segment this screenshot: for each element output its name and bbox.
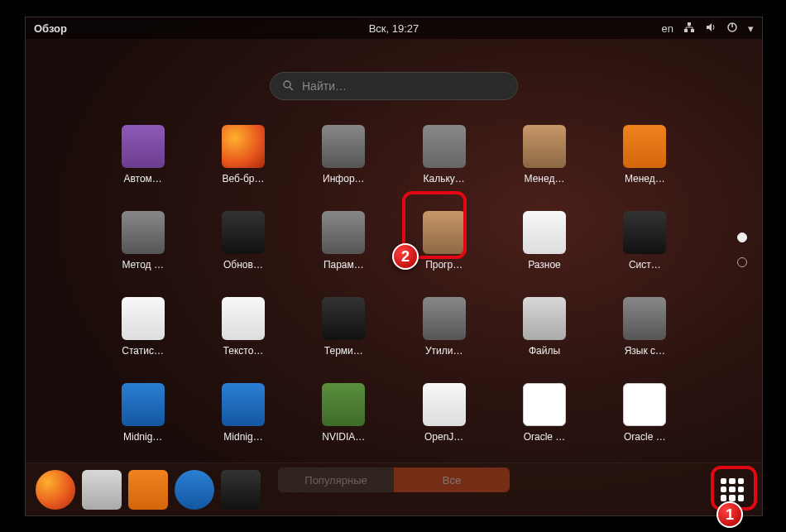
app-package-manager-icon xyxy=(523,125,566,168)
app-utilities-label: Утили… xyxy=(425,345,463,357)
app-firefox[interactable]: Веб-бр… xyxy=(206,125,280,185)
app-midnight-2-label: Midnig… xyxy=(223,431,262,443)
app-statistics-icon xyxy=(122,297,165,340)
svg-rect-0 xyxy=(688,22,691,26)
app-settings-icon xyxy=(322,211,365,254)
app-oracle-2[interactable]: Oracle … xyxy=(607,383,682,443)
network-icon[interactable] xyxy=(683,22,695,36)
app-software-manager[interactable]: Менед… xyxy=(607,125,682,185)
app-files-label: Файлы xyxy=(529,345,560,357)
app-firefox-label: Веб-бр… xyxy=(223,173,265,185)
app-terminal-icon xyxy=(322,297,365,340)
search-icon xyxy=(282,79,294,93)
app-package-manager[interactable]: Менед… xyxy=(507,125,582,185)
app-software-manager-icon xyxy=(623,125,666,168)
app-info[interactable]: Инфор… xyxy=(306,125,381,185)
app-input-methods-label: Метод … xyxy=(122,259,164,271)
app-calculator[interactable]: Кальку… xyxy=(407,125,482,185)
app-software-sources-icon xyxy=(423,211,466,254)
app-oracle-2-label: Oracle … xyxy=(624,431,666,443)
app-midnight-1-label: Midnig… xyxy=(123,431,162,443)
app-language-icon xyxy=(623,297,666,340)
lang-indicator[interactable]: en xyxy=(662,22,673,35)
app-firefox-icon xyxy=(222,125,265,168)
dock-help[interactable] xyxy=(175,470,214,510)
app-files[interactable]: Файлы xyxy=(507,297,582,357)
desktop-frame: Обзор Вск, 19:27 en ▾ Найти… Автом…Веб-б… xyxy=(25,17,763,516)
app-statistics-label: Статис… xyxy=(122,345,164,357)
app-utilities-icon xyxy=(423,297,466,340)
app-autostart-label: Автом… xyxy=(123,173,161,185)
app-midnight-1-icon xyxy=(122,383,165,426)
app-midnight-2[interactable]: Midnig… xyxy=(206,383,280,443)
dock-software[interactable] xyxy=(128,470,168,510)
app-terminal[interactable]: Терми… xyxy=(306,297,381,357)
dock-files[interactable] xyxy=(82,470,122,510)
page-indicator xyxy=(737,232,747,267)
app-misc-label: Разное xyxy=(528,259,561,271)
app-oracle-2-icon xyxy=(623,383,666,426)
app-nvidia-icon xyxy=(322,383,365,426)
app-settings[interactable]: Парам… xyxy=(306,211,381,271)
clock[interactable]: Вск, 19:27 xyxy=(369,22,419,35)
app-software-sources[interactable]: Прогр… xyxy=(407,211,482,271)
page-dot-2[interactable] xyxy=(737,257,747,267)
dropdown-icon[interactable]: ▾ xyxy=(748,22,754,35)
app-openjdk-label: OpenJ… xyxy=(424,431,463,443)
app-info-label: Инфор… xyxy=(323,173,364,185)
search-input[interactable]: Найти… xyxy=(270,72,518,100)
svg-line-6 xyxy=(290,87,293,90)
app-text-editor-label: Тексто… xyxy=(223,345,264,357)
app-input-methods[interactable]: Метод … xyxy=(106,211,180,271)
app-calculator-label: Кальку… xyxy=(424,173,465,185)
app-software-sources-label: Прогр… xyxy=(425,259,462,271)
app-updates[interactable]: Обнов… xyxy=(206,211,280,271)
app-language-label: Язык с… xyxy=(625,345,665,357)
app-input-methods-icon xyxy=(122,211,165,254)
svg-point-5 xyxy=(284,81,290,88)
application-grid: Автом…Веб-бр…Инфор…Кальку…Менед…Менед…Ме… xyxy=(104,125,683,443)
app-software-manager-label: Менед… xyxy=(625,173,665,185)
app-oracle-1-icon xyxy=(523,383,566,426)
app-language[interactable]: Язык с… xyxy=(607,297,682,357)
app-calculator-icon xyxy=(423,125,466,168)
svg-rect-1 xyxy=(684,29,688,32)
app-midnight-1[interactable]: Midnig… xyxy=(106,383,180,443)
app-system-monitor-icon xyxy=(623,211,666,254)
dock-monitor[interactable] xyxy=(221,470,261,510)
page-dot-1[interactable] xyxy=(737,232,747,242)
app-files-icon xyxy=(523,297,566,340)
show-applications-button[interactable] xyxy=(712,470,752,510)
app-nvidia[interactable]: NVIDIA… xyxy=(306,383,381,443)
app-terminal-label: Терми… xyxy=(324,345,363,357)
app-updates-label: Обнов… xyxy=(223,259,263,271)
app-text-editor[interactable]: Тексто… xyxy=(206,297,280,357)
top-bar: Обзор Вск, 19:27 en ▾ xyxy=(26,17,762,39)
app-settings-label: Парам… xyxy=(324,259,364,271)
app-package-manager-label: Менед… xyxy=(525,173,565,185)
volume-icon[interactable] xyxy=(705,22,717,36)
app-oracle-1[interactable]: Oracle … xyxy=(507,383,582,443)
app-misc[interactable]: Разное xyxy=(507,211,582,271)
app-nvidia-label: NVIDIA… xyxy=(322,431,365,443)
search-placeholder: Найти… xyxy=(302,79,347,93)
activities-button[interactable]: Обзор xyxy=(34,22,67,35)
dock xyxy=(26,463,762,515)
app-updates-icon xyxy=(222,211,265,254)
app-statistics[interactable]: Статис… xyxy=(106,297,180,357)
app-info-icon xyxy=(322,125,365,168)
app-autostart-icon xyxy=(122,125,165,168)
dock-firefox[interactable] xyxy=(36,470,75,510)
app-openjdk-icon xyxy=(423,383,466,426)
app-openjdk[interactable]: OpenJ… xyxy=(407,383,482,443)
svg-rect-2 xyxy=(691,29,694,32)
app-system-monitor-label: Сист… xyxy=(629,259,661,271)
app-text-editor-icon xyxy=(222,297,265,340)
app-oracle-1-label: Oracle … xyxy=(524,431,566,443)
power-icon[interactable] xyxy=(726,22,738,36)
app-midnight-2-icon xyxy=(222,383,265,426)
app-system-monitor[interactable]: Сист… xyxy=(607,211,682,271)
app-autostart[interactable]: Автом… xyxy=(106,125,180,185)
app-utilities[interactable]: Утили… xyxy=(407,297,482,357)
app-misc-icon xyxy=(523,211,566,254)
